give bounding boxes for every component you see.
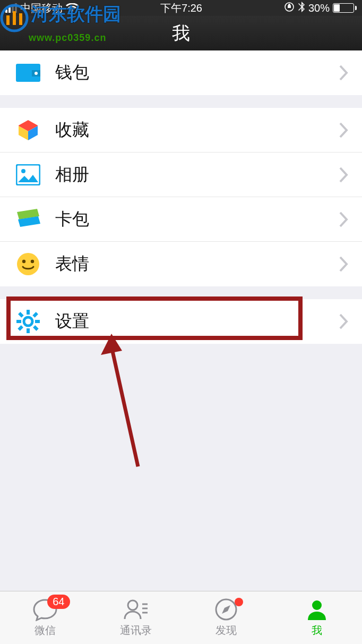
svg-rect-14 xyxy=(18,312,24,318)
person-icon xyxy=(305,598,329,621)
row-label: 钱包 xyxy=(55,61,89,84)
battery-icon xyxy=(333,3,357,13)
svg-rect-12 xyxy=(16,320,21,323)
signal-icon xyxy=(5,3,17,13)
svg-point-8 xyxy=(31,260,34,263)
orientation-lock-icon xyxy=(284,2,295,15)
battery-pct-label: 30% xyxy=(308,2,330,14)
badge-count: 64 xyxy=(47,595,70,609)
annotation-arrow xyxy=(80,334,154,479)
cube-icon xyxy=(16,118,40,142)
gear-icon xyxy=(16,309,40,334)
bluetooth-icon xyxy=(298,2,305,15)
chevron-right-icon xyxy=(339,167,348,183)
row-label: 表情 xyxy=(55,252,89,276)
svg-rect-15 xyxy=(33,325,39,331)
tab-label: 通讯录 xyxy=(120,623,152,638)
picture-icon xyxy=(16,163,40,187)
smiley-icon xyxy=(16,252,40,276)
tab-bar: 微信 64 通讯录 发现 我 xyxy=(0,591,362,644)
tab-chats[interactable]: 微信 64 xyxy=(0,591,91,644)
svg-rect-10 xyxy=(27,310,30,315)
wifi-icon xyxy=(66,3,79,13)
tab-me[interactable]: 我 xyxy=(272,591,363,644)
row-stickers[interactable]: 表情 xyxy=(0,242,362,286)
page-title: 我 xyxy=(172,21,190,46)
list-group: 钱包 xyxy=(0,50,362,95)
row-settings[interactable]: 设置 xyxy=(0,299,362,344)
svg-rect-17 xyxy=(18,325,23,331)
badge-dot xyxy=(235,598,243,606)
tab-label: 我 xyxy=(312,623,322,638)
row-label: 相册 xyxy=(55,163,89,187)
row-label: 收藏 xyxy=(55,118,89,142)
row-cards[interactable]: 卡包 xyxy=(0,197,362,242)
chevron-right-icon xyxy=(339,211,348,227)
svg-point-7 xyxy=(22,260,25,263)
row-favorites[interactable]: 收藏 xyxy=(0,108,362,152)
wallet-icon xyxy=(16,61,40,85)
list-group: 设置 xyxy=(0,299,362,344)
svg-point-6 xyxy=(17,253,39,275)
status-bar: 中国移动 下午7:26 30% xyxy=(0,0,362,16)
svg-rect-13 xyxy=(35,320,40,323)
row-wallet[interactable]: 钱包 xyxy=(0,50,362,95)
page-title-bar: 我 xyxy=(0,16,362,50)
tab-contacts[interactable]: 通讯录 xyxy=(91,591,182,644)
contacts-icon xyxy=(123,598,149,621)
list-group: 收藏 相册 卡包 表情 xyxy=(0,108,362,286)
chevron-right-icon xyxy=(339,65,348,81)
chevron-right-icon xyxy=(339,313,348,329)
row-label: 设置 xyxy=(55,310,89,333)
chevron-right-icon xyxy=(339,256,348,272)
clock-label: 下午7:26 xyxy=(160,1,202,15)
tab-label: 发现 xyxy=(216,623,237,638)
row-album[interactable]: 相册 xyxy=(0,152,362,197)
svg-rect-11 xyxy=(27,328,30,333)
svg-point-3 xyxy=(35,72,38,75)
svg-point-9 xyxy=(24,317,32,326)
svg-point-24 xyxy=(128,600,137,610)
chevron-right-icon xyxy=(339,122,348,138)
carrier-label: 中国移动 xyxy=(20,1,63,15)
tab-label: 微信 xyxy=(35,623,56,638)
svg-line-18 xyxy=(111,346,138,467)
svg-point-5 xyxy=(21,169,25,173)
row-label: 卡包 xyxy=(55,208,89,231)
cards-icon xyxy=(16,207,40,232)
tab-discover[interactable]: 发现 xyxy=(181,591,272,644)
svg-point-29 xyxy=(312,600,322,610)
svg-rect-16 xyxy=(32,312,38,318)
